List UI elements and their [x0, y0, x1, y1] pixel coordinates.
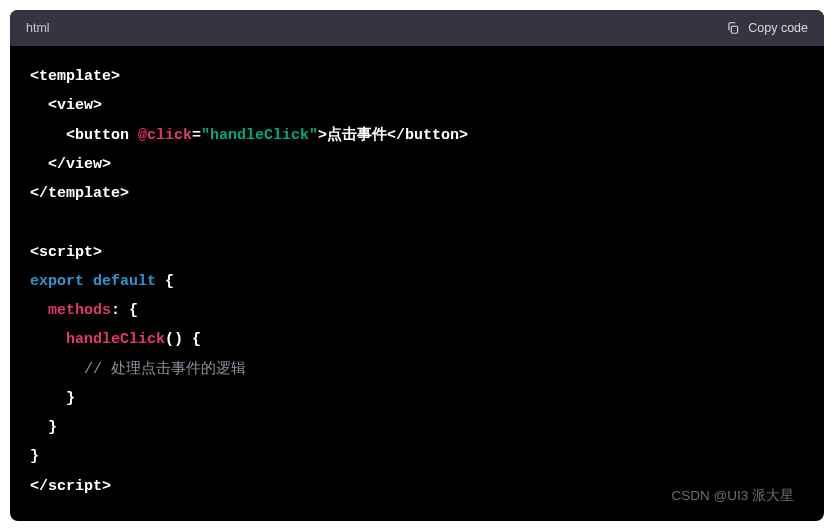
code-header: html Copy code [10, 10, 824, 46]
code-token [30, 97, 48, 114]
code-token: </script> [30, 478, 111, 495]
clipboard-icon [726, 21, 740, 35]
code-token: { [156, 273, 174, 290]
code-token: () { [165, 331, 201, 348]
code-token [30, 331, 66, 348]
code-token: click [147, 127, 192, 144]
code-token: export default [30, 273, 156, 290]
code-token: } [30, 448, 39, 465]
code-token [30, 127, 66, 144]
code-token: // 处理点击事件的逻辑 [84, 361, 246, 378]
code-token: methods [48, 302, 111, 319]
code-block: html Copy code <template> <view> <button… [10, 10, 824, 521]
copy-code-button[interactable]: Copy code [726, 21, 808, 35]
code-token [30, 156, 48, 173]
code-token: </view> [48, 156, 111, 173]
code-token: >点击事件</button> [318, 127, 468, 144]
code-token: handleClick [66, 331, 165, 348]
copy-code-label: Copy code [748, 21, 808, 35]
code-content: <template> <view> <button @click="handle… [30, 62, 804, 501]
code-body: <template> <view> <button @click="handle… [10, 46, 824, 521]
language-label: html [26, 21, 50, 35]
code-token: } [30, 390, 75, 407]
code-token: @ [138, 127, 147, 144]
code-token [30, 361, 84, 378]
code-token: </template> [30, 185, 129, 202]
code-token: "handleClick" [201, 127, 318, 144]
code-token: <button [66, 127, 138, 144]
code-token: <script> [30, 244, 102, 261]
svg-rect-0 [731, 26, 737, 33]
code-token [30, 302, 48, 319]
code-token: <view> [48, 97, 102, 114]
code-token: : { [111, 302, 138, 319]
code-token: <template> [30, 68, 120, 85]
code-token: = [192, 127, 201, 144]
code-token: } [30, 419, 57, 436]
